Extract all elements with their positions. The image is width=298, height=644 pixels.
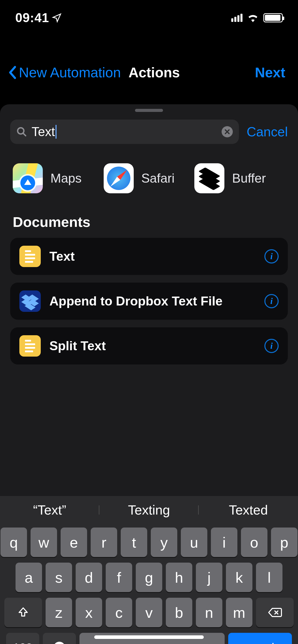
keyboard-suggestions: “Text” Texting Texted (0, 496, 298, 524)
key-m[interactable]: m (226, 598, 252, 627)
key-j[interactable]: j (196, 563, 222, 592)
section-header-documents: Documents (0, 201, 298, 238)
suggestion-1[interactable]: “Text” (0, 502, 99, 518)
key-p[interactable]: p (271, 528, 297, 557)
search-input[interactable]: Text (10, 120, 239, 144)
text-caret (56, 125, 57, 139)
page-title: Actions (129, 64, 180, 81)
app-label: Buffer (232, 171, 266, 186)
info-button[interactable]: i (264, 339, 279, 353)
key-v[interactable]: v (136, 598, 162, 627)
svg-point-1 (53, 642, 65, 644)
key-u[interactable]: u (181, 528, 207, 557)
cellular-icon (231, 14, 242, 22)
key-k[interactable]: k (226, 563, 252, 592)
key-o[interactable]: o (241, 528, 267, 557)
key-t[interactable]: t (121, 528, 147, 557)
dropbox-icon (19, 290, 41, 312)
info-button[interactable]: i (264, 294, 279, 308)
suggestion-3[interactable]: Texted (199, 502, 298, 518)
key-d[interactable]: d (76, 563, 102, 592)
key-backspace[interactable] (256, 598, 294, 627)
back-label: New Automation (19, 64, 121, 81)
cancel-button[interactable]: Cancel (247, 124, 288, 139)
home-indicator[interactable] (94, 635, 204, 639)
shift-icon (17, 606, 29, 619)
key-x[interactable]: x (76, 598, 102, 627)
key-i[interactable]: i (211, 528, 237, 557)
emoji-icon (53, 641, 66, 644)
action-title: Append to Dropbox Text File (49, 294, 256, 309)
app-buffer[interactable]: Buffer (194, 163, 285, 193)
key-e[interactable]: e (61, 528, 87, 557)
backspace-icon (268, 607, 282, 618)
nav-header: New Automation Actions Next (0, 58, 298, 86)
action-title: Split Text (49, 339, 256, 353)
clock-text: 09:41 (15, 10, 49, 25)
info-button[interactable]: i (264, 249, 279, 264)
key-h[interactable]: h (166, 563, 192, 592)
maps-app-icon (13, 163, 43, 193)
action-append-dropbox[interactable]: Append to Dropbox Text File i (10, 283, 288, 320)
key-f[interactable]: f (106, 563, 132, 592)
back-button[interactable]: New Automation (8, 64, 121, 81)
key-r[interactable]: r (91, 528, 117, 557)
chevron-left-icon (8, 66, 17, 79)
key-numbers[interactable]: 123 (6, 633, 39, 644)
action-list: Text i Append to Dropbox Text File i Spl… (0, 238, 298, 364)
clear-search-button[interactable] (222, 126, 233, 137)
key-a[interactable]: a (16, 563, 42, 592)
location-arrow-icon (52, 13, 62, 23)
app-label: Safari (141, 171, 175, 186)
search-input-text: Text (32, 124, 55, 139)
app-safari[interactable]: Safari (104, 163, 195, 193)
key-search[interactable]: search (228, 633, 292, 644)
key-g[interactable]: g (136, 563, 162, 592)
document-icon (19, 246, 41, 267)
key-s[interactable]: s (46, 563, 72, 592)
app-maps[interactable]: Maps (13, 163, 104, 193)
key-l[interactable]: l (256, 563, 282, 592)
search-sheet: Text Cancel Maps Safari (0, 104, 298, 644)
apps-row: Maps Safari Buffer (0, 151, 298, 201)
buffer-app-icon (194, 163, 224, 193)
action-text[interactable]: Text i (10, 238, 288, 275)
battery-icon (263, 13, 283, 22)
key-q[interactable]: q (1, 528, 27, 557)
suggestion-2[interactable]: Texting (99, 502, 199, 518)
app-label: Maps (50, 171, 82, 186)
key-b[interactable]: b (166, 598, 192, 627)
status-bar: 09:41 (0, 0, 298, 36)
key-shift[interactable] (4, 598, 42, 627)
key-z[interactable]: z (46, 598, 72, 627)
search-icon (16, 126, 27, 137)
key-n[interactable]: n (196, 598, 222, 627)
sheet-grabber[interactable] (135, 109, 163, 112)
key-w[interactable]: w (31, 528, 57, 557)
key-c[interactable]: c (106, 598, 132, 627)
next-button[interactable]: Next (255, 64, 285, 81)
wifi-icon (247, 13, 259, 22)
action-title: Text (49, 249, 256, 264)
keyboard: “Text” Texting Texted q w e r t y u i o … (0, 496, 298, 644)
document-icon (19, 335, 41, 357)
key-y[interactable]: y (151, 528, 177, 557)
action-split-text[interactable]: Split Text i (10, 327, 288, 364)
key-emoji[interactable] (43, 633, 76, 644)
status-time: 09:41 (15, 10, 62, 25)
safari-app-icon (104, 163, 134, 193)
